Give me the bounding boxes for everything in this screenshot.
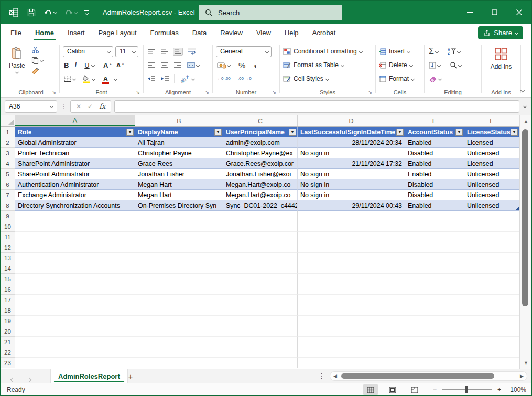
redo-button[interactable] [64, 8, 77, 17]
cell-E9[interactable] [405, 211, 464, 221]
cell-F13[interactable] [464, 253, 519, 263]
row-header-19[interactable]: 19 [1, 316, 15, 326]
row-header-23[interactable]: 23 [1, 358, 15, 368]
font-dialog-launcher[interactable]: ↘ [136, 90, 140, 95]
page-layout-view-button[interactable] [385, 384, 400, 395]
cell-D16[interactable] [298, 284, 405, 295]
cell-C13[interactable] [223, 253, 298, 263]
cell-D4[interactable]: 21/11/2024 17:32 [298, 158, 405, 169]
row-header-14[interactable]: 14 [1, 263, 15, 274]
cell-D14[interactable] [298, 263, 405, 274]
cell-C8[interactable]: Sync_DC01-2022_c4442 [223, 200, 298, 211]
cell-F9[interactable] [464, 211, 519, 221]
row-header-6[interactable]: 6 [1, 179, 15, 190]
column-header-F[interactable]: F [464, 115, 519, 126]
vertical-scrollbar[interactable]: ▲ ▼ [519, 115, 532, 369]
zoom-level[interactable]: 100% [506, 386, 526, 393]
close-button[interactable] [507, 1, 531, 24]
find-select-button[interactable] [449, 61, 462, 69]
cell-F21[interactable] [464, 337, 519, 347]
cell-C7[interactable]: Megan.Hart@exoip.co [223, 190, 298, 200]
cell-D10[interactable] [298, 221, 405, 232]
clear-button[interactable] [428, 75, 442, 83]
cell-B9[interactable] [135, 211, 223, 221]
center-button[interactable] [160, 62, 169, 69]
cell-F17[interactable] [464, 295, 519, 305]
normal-view-button[interactable] [363, 384, 378, 395]
cell-E22[interactable] [405, 347, 464, 358]
increase-decimal-button[interactable]: ←0 .00 [216, 76, 232, 81]
number-dialog-launcher[interactable]: ↘ [272, 90, 276, 95]
cell-C2[interactable]: admin@exoip.com [223, 137, 298, 148]
undo-dropdown-icon[interactable] [53, 10, 57, 14]
cell-B11[interactable] [135, 232, 223, 242]
cell-E7[interactable]: Disabled [405, 190, 464, 200]
header-cell-lastsuccessfulsignindatetime[interactable]: LastSuccessfulSignInDateTime▼ [298, 127, 405, 137]
cell-E20[interactable] [405, 326, 464, 337]
scroll-up-icon[interactable]: ▲ [520, 119, 532, 124]
underline-button[interactable]: U [83, 61, 95, 70]
row-header-11[interactable]: 11 [1, 232, 15, 242]
cell-D15[interactable] [298, 274, 405, 284]
cell-E6[interactable]: Disabled [405, 179, 464, 190]
zoom-out-button[interactable]: − [433, 386, 437, 393]
sheet-tab-adminrolesreport[interactable]: AdminRolesReport [50, 369, 128, 383]
align-right-button[interactable] [173, 62, 182, 69]
row-header-5[interactable]: 5 [1, 169, 15, 179]
cell-A4[interactable]: SharePoint Administrator [15, 158, 135, 169]
cell-B4[interactable]: Grace Rees [135, 158, 223, 169]
cell-F10[interactable] [464, 221, 519, 232]
filter-dropdown-button[interactable]: ▼ [511, 129, 518, 136]
cell-B21[interactable] [135, 337, 223, 347]
cell-B14[interactable] [135, 263, 223, 274]
cell-D22[interactable] [298, 347, 405, 358]
underline-dropdown-icon[interactable] [91, 63, 95, 67]
paste-button[interactable]: Paste [6, 45, 28, 75]
orientation-dropdown-icon[interactable] [191, 77, 194, 80]
delete-cells-button[interactable]: Delete [379, 58, 421, 72]
font-name-combo[interactable]: Calibri [63, 46, 113, 57]
filter-dropdown-button[interactable]: ▼ [126, 129, 134, 136]
font-size-combo[interactable]: 11 [115, 46, 138, 57]
cell-B19[interactable] [135, 316, 223, 326]
horizontal-scrollbar-thumb[interactable] [341, 373, 494, 379]
cell-A15[interactable] [15, 274, 135, 284]
font-color-button[interactable]: A [101, 75, 118, 83]
row-header-22[interactable]: 22 [1, 347, 15, 358]
cell-F16[interactable] [464, 284, 519, 295]
cell-B22[interactable] [135, 347, 223, 358]
cell-C3[interactable]: Christopher.Payne@ex [223, 148, 298, 158]
tab-home[interactable]: Home [28, 25, 61, 40]
cell-B15[interactable] [135, 274, 223, 284]
tab-help[interactable]: Help [278, 25, 306, 40]
cell-C6[interactable]: Megan.Hart@exoip.co [223, 179, 298, 190]
cell-D9[interactable] [298, 211, 405, 221]
tab-formulas[interactable]: Formulas [144, 25, 186, 40]
scroll-down-icon[interactable]: ▼ [520, 360, 532, 366]
cell-E14[interactable] [405, 263, 464, 274]
cell-A3[interactable]: Printer Technician [15, 148, 135, 158]
row-header-21[interactable]: 21 [1, 337, 15, 347]
row-header-10[interactable]: 10 [1, 221, 15, 232]
tab-file[interactable]: File [4, 25, 28, 40]
cell-A19[interactable] [15, 316, 135, 326]
next-sheet-icon[interactable] [28, 374, 31, 383]
cell-D18[interactable] [298, 305, 405, 316]
cell-F11[interactable] [464, 232, 519, 242]
cell-C20[interactable] [223, 326, 298, 337]
cell-C15[interactable] [223, 274, 298, 284]
cell-F8[interactable]: Unlicensed [464, 200, 519, 211]
cell-A18[interactable] [15, 305, 135, 316]
cell-C14[interactable] [223, 263, 298, 274]
insert-cells-button[interactable]: Insert [379, 45, 421, 58]
formula-input[interactable] [114, 100, 519, 113]
cell-F5[interactable]: Unlicensed [464, 169, 519, 179]
cell-E17[interactable] [405, 295, 464, 305]
copy-dropdown-icon[interactable] [40, 58, 44, 62]
cell-B17[interactable] [135, 295, 223, 305]
redo-dropdown-icon[interactable] [74, 10, 78, 14]
row-header-1[interactable]: 1 [1, 127, 15, 137]
fill-button[interactable] [428, 61, 441, 69]
borders-button[interactable] [63, 74, 77, 83]
cell-D11[interactable] [298, 232, 405, 242]
